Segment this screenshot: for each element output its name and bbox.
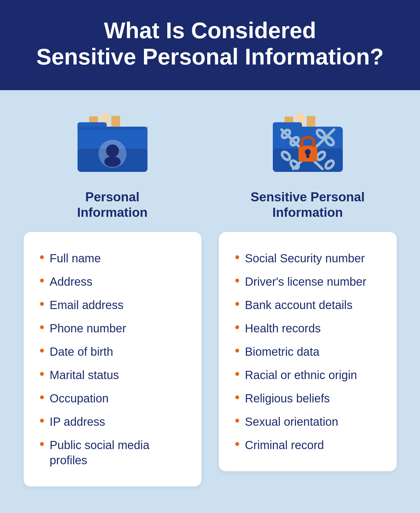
list-item: Bank account details: [235, 293, 381, 317]
list-item: Racial or ethnic origin: [235, 363, 381, 387]
list-item: Religious beliefs: [235, 387, 381, 410]
list-item: Sexual orientation: [235, 410, 381, 433]
list-item: Public social media profiles: [40, 433, 185, 472]
list-item: Phone number: [40, 317, 185, 340]
sensitive-info-list: Social Security number Driver's license …: [235, 247, 381, 457]
list-item: Biometric data: [235, 340, 381, 363]
svg-rect-6: [78, 127, 147, 130]
page-title: What Is Considered Sensitive Personal In…: [23, 18, 397, 70]
list-item: Occupation: [40, 387, 185, 410]
svg-point-8: [106, 144, 119, 157]
sensitive-info-card: Social Security number Driver's license …: [219, 232, 397, 471]
list-item: Date of birth: [40, 340, 185, 363]
list-item: Address: [40, 270, 185, 293]
svg-rect-28: [306, 154, 309, 158]
sensitive-info-column: Sensitive PersonalInformation Social Sec…: [219, 111, 397, 486]
list-item: Marital status: [40, 363, 185, 387]
sensitive-info-title: Sensitive PersonalInformation: [251, 189, 365, 220]
header-section: What Is Considered Sensitive Personal In…: [0, 0, 420, 90]
personal-info-list: Full name Address Email address Phone nu…: [40, 247, 185, 472]
main-content: PersonalInformation Full name Address Em…: [0, 90, 420, 513]
columns-container: PersonalInformation Full name Address Em…: [24, 111, 397, 486]
list-item: Social Security number: [235, 247, 381, 270]
list-item: Health records: [235, 317, 381, 340]
list-item: Criminal record: [235, 433, 381, 457]
personal-info-card: Full name Address Email address Phone nu…: [24, 232, 201, 486]
personal-folder-icon: [69, 111, 156, 181]
sensitive-folder-icon: [264, 111, 352, 181]
list-item: Driver's license number: [235, 270, 381, 293]
list-item: Full name: [40, 247, 185, 270]
personal-info-column: PersonalInformation Full name Address Em…: [24, 111, 201, 486]
list-item: Email address: [40, 293, 185, 317]
list-item: IP address: [40, 410, 185, 433]
personal-info-title: PersonalInformation: [77, 189, 148, 220]
svg-point-9: [104, 156, 121, 167]
